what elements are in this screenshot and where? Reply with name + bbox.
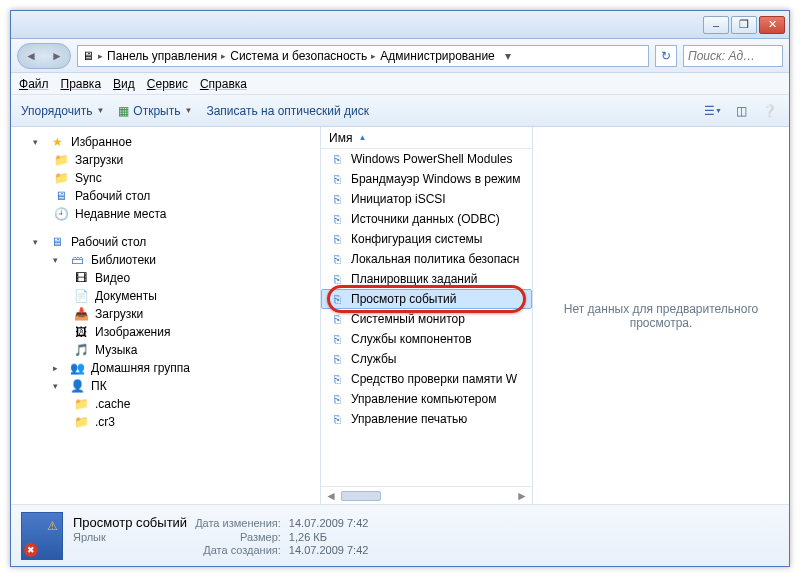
nav-cache[interactable]: 📁.cache <box>15 395 316 413</box>
shortcut-icon: ⎘ <box>329 231 345 247</box>
nav-cr3[interactable]: 📁.cr3 <box>15 413 316 431</box>
file-item-label: Планировщик заданий <box>351 272 477 286</box>
view-mode-button[interactable]: ☰ ▼ <box>703 101 723 121</box>
title-bar: – ❐ ✕ <box>11 11 789 39</box>
details-type: Ярлык <box>73 531 187 543</box>
shortcut-icon: ⎘ <box>329 171 345 187</box>
file-item-label: Брандмауэр Windows в режим <box>351 172 521 186</box>
nav-downloads[interactable]: 📁Загрузки <box>15 151 316 169</box>
minimize-button[interactable]: – <box>703 16 729 34</box>
shortcut-icon: ⎘ <box>329 271 345 287</box>
shortcut-icon: ⎘ <box>329 311 345 327</box>
file-item-label: Локальная политика безопасн <box>351 252 519 266</box>
file-item[interactable]: ⎘Конфигурация системы <box>321 229 532 249</box>
details-thumbnail <box>21 512 63 560</box>
file-item-label: Управление компьютером <box>351 392 496 406</box>
open-icon: ▦ <box>118 104 129 118</box>
nav-documents[interactable]: 📄Документы <box>15 287 316 305</box>
file-item-label: Службы компонентов <box>351 332 472 346</box>
organize-button[interactable]: Упорядочить▼ <box>21 104 104 118</box>
file-item[interactable]: ⎘Планировщик заданий <box>321 269 532 289</box>
menu-help[interactable]: Справка <box>200 77 247 91</box>
file-item-label: Источники данных (ODBC) <box>351 212 500 226</box>
shortcut-icon: ⎘ <box>329 331 345 347</box>
file-item[interactable]: ⎘Управление компьютером <box>321 389 532 409</box>
file-item-label: Средство проверки памяти W <box>351 372 517 386</box>
file-item[interactable]: ⎘Управление печатью <box>321 409 532 429</box>
help-button[interactable]: ❔ <box>759 101 779 121</box>
nav-desktop[interactable]: ▾🖥Рабочий стол <box>15 233 316 251</box>
shortcut-icon: ⎘ <box>329 291 345 307</box>
file-list-pane: Имя▲ ⎘Windows PowerShell Modules⎘Брандма… <box>321 127 533 504</box>
nav-libraries[interactable]: ▾🗃Библиотеки <box>15 251 316 269</box>
crumb-1[interactable]: Система и безопасность <box>230 49 367 63</box>
menu-edit[interactable]: Правка <box>61 77 102 91</box>
shortcut-icon: ⎘ <box>329 191 345 207</box>
toolbar: Упорядочить▼ ▦Открыть▼ Записать на оптич… <box>11 95 789 127</box>
file-item[interactable]: ⎘Инициатор iSCSI <box>321 189 532 209</box>
burn-button[interactable]: Записать на оптический диск <box>206 104 369 118</box>
shortcut-icon: ⎘ <box>329 391 345 407</box>
horizontal-scrollbar[interactable]: ◄► <box>321 486 532 504</box>
menu-file[interactable]: Файл <box>19 77 49 91</box>
menu-service[interactable]: Сервис <box>147 77 188 91</box>
file-item[interactable]: ⎘Windows PowerShell Modules <box>321 149 532 169</box>
details-name: Просмотр событий <box>73 515 187 530</box>
details-created: 14.07.2009 7:42 <box>289 544 369 556</box>
breadcrumb[interactable]: 🖥 ▸ Панель управления ▸ Система и безопа… <box>77 45 649 67</box>
details-pane: Просмотр событий Дата изменения: 14.07.2… <box>11 504 789 566</box>
nav-homegroup[interactable]: ▸👥Домашняя группа <box>15 359 316 377</box>
file-item-label: Просмотр событий <box>351 292 456 306</box>
nav-video[interactable]: 🎞Видео <box>15 269 316 287</box>
column-header-name[interactable]: Имя▲ <box>321 127 532 149</box>
crumb-2[interactable]: Администрирование <box>380 49 494 63</box>
shortcut-icon: ⎘ <box>329 211 345 227</box>
address-dropdown[interactable]: ▾ <box>499 49 517 63</box>
shortcut-icon: ⎘ <box>329 251 345 267</box>
nav-recent[interactable]: 🕘Недавние места <box>15 205 316 223</box>
nav-pictures[interactable]: 🖼Изображения <box>15 323 316 341</box>
file-item[interactable]: ⎘Брандмауэр Windows в режим <box>321 169 532 189</box>
menu-view[interactable]: Вид <box>113 77 135 91</box>
file-item[interactable]: ⎘Средство проверки памяти W <box>321 369 532 389</box>
forward-icon: ► <box>51 49 63 63</box>
nav-favorites[interactable]: ▾★Избранное <box>15 133 316 151</box>
file-item-label: Windows PowerShell Modules <box>351 152 512 166</box>
file-item-label: Конфигурация системы <box>351 232 482 246</box>
file-item[interactable]: ⎘Службы <box>321 349 532 369</box>
address-bar: ◄ ► 🖥 ▸ Панель управления ▸ Система и бе… <box>11 39 789 73</box>
nav-lib-downloads[interactable]: 📥Загрузки <box>15 305 316 323</box>
file-item-label: Службы <box>351 352 396 366</box>
shortcut-icon: ⎘ <box>329 351 345 367</box>
preview-pane: Нет данных для предварительного просмотр… <box>533 127 789 504</box>
file-item[interactable]: ⎘Системный монитор <box>321 309 532 329</box>
file-item-label: Инициатор iSCSI <box>351 192 446 206</box>
shortcut-icon: ⎘ <box>329 151 345 167</box>
shortcut-icon: ⎘ <box>329 371 345 387</box>
nav-music[interactable]: 🎵Музыка <box>15 341 316 359</box>
refresh-button[interactable]: ↻ <box>655 45 677 67</box>
file-item[interactable]: ⎘Службы компонентов <box>321 329 532 349</box>
file-item-label: Управление печатью <box>351 412 467 426</box>
shortcut-icon: ⎘ <box>329 411 345 427</box>
details-size: 1,26 КБ <box>289 531 369 543</box>
file-item[interactable]: ⎘Источники данных (ODBC) <box>321 209 532 229</box>
nav-pc[interactable]: ▾👤ПК <box>15 377 316 395</box>
crumb-0[interactable]: Панель управления <box>107 49 217 63</box>
nav-sync[interactable]: 📁Sync <box>15 169 316 187</box>
menu-bar: Файл Правка Вид Сервис Справка <box>11 73 789 95</box>
file-item[interactable]: ⎘Локальная политика безопасн <box>321 249 532 269</box>
close-button[interactable]: ✕ <box>759 16 785 34</box>
maximize-button[interactable]: ❐ <box>731 16 757 34</box>
file-item[interactable]: ⎘Просмотр событий <box>321 289 532 309</box>
open-button[interactable]: ▦Открыть▼ <box>118 104 192 118</box>
back-icon: ◄ <box>25 49 37 63</box>
preview-pane-button[interactable]: ◫ <box>731 101 751 121</box>
details-modified: 14.07.2009 7:42 <box>289 517 369 529</box>
sort-indicator-icon: ▲ <box>358 133 366 142</box>
nav-desktop-fav[interactable]: 🖥Рабочий стол <box>15 187 316 205</box>
search-input[interactable] <box>683 45 783 67</box>
navigation-pane: ▾★Избранное 📁Загрузки 📁Sync 🖥Рабочий сто… <box>11 127 321 504</box>
file-item-label: Системный монитор <box>351 312 465 326</box>
nav-back-forward[interactable]: ◄ ► <box>17 43 71 69</box>
